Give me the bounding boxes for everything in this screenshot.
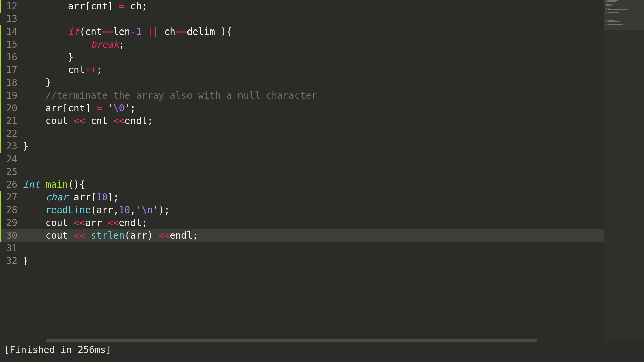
build-output-text: [Finished in 256ms]	[4, 344, 640, 355]
line-number: 24	[0, 153, 23, 166]
minimap-viewport[interactable]	[604, 0, 644, 30]
line-number: 25	[0, 166, 23, 178]
line-number: 15	[0, 38, 23, 51]
code-line[interactable]: }	[23, 76, 644, 89]
code-line[interactable]	[23, 127, 644, 140]
line-number: 32	[0, 255, 23, 267]
code-line[interactable]	[23, 153, 644, 166]
line-number: 28	[0, 204, 23, 217]
editor-container: 1213141516171819202122232425262728293031…	[0, 0, 644, 342]
minimap[interactable]	[604, 0, 644, 342]
line-number: 13	[0, 13, 23, 25]
code-line[interactable]: break;	[23, 38, 644, 51]
line-number: 16	[0, 51, 23, 64]
line-number: 19	[0, 89, 23, 102]
code-line[interactable]	[23, 242, 644, 255]
code-line[interactable]: readLine(arr,10,'\n');	[23, 204, 644, 217]
code-line[interactable]: cnt++;	[23, 64, 644, 76]
horizontal-scrollbar-thumb[interactable]	[46, 339, 537, 342]
code-line[interactable]: }	[23, 51, 644, 64]
line-number: 12	[0, 0, 23, 13]
line-number: 14	[0, 25, 23, 38]
code-line[interactable]: }	[23, 255, 644, 267]
line-number: 21	[0, 115, 23, 127]
line-number: 26	[0, 178, 23, 191]
line-number: 31	[0, 242, 23, 255]
code-line[interactable]: if(cnt==len-1 || ch==delim ){	[23, 25, 644, 38]
line-number-gutter: 1213141516171819202122232425262728293031…	[0, 0, 23, 342]
line-number: 18	[0, 76, 23, 89]
build-output-panel: [Finished in 256ms]	[0, 342, 644, 362]
line-number: 22	[0, 127, 23, 140]
horizontal-scrollbar[interactable]	[46, 339, 604, 342]
code-line[interactable]: int main(){	[23, 178, 644, 191]
line-number: 30	[0, 229, 23, 242]
code-line[interactable]: //terminate the array also with a null c…	[23, 89, 644, 102]
code-line[interactable]	[23, 166, 644, 178]
code-line[interactable]: arr[cnt] = ch;	[23, 0, 644, 13]
line-number: 29	[0, 217, 23, 229]
code-area[interactable]: arr[cnt] = ch; if(cnt==len-1 || ch==deli…	[23, 0, 644, 342]
code-line[interactable]: cout << strlen(arr) <<endl;	[23, 229, 644, 242]
line-number: 17	[0, 64, 23, 76]
code-line[interactable]: arr[cnt] = '\0';	[23, 102, 644, 115]
code-line[interactable]: cout <<arr <<endl;	[23, 217, 644, 229]
line-number: 20	[0, 102, 23, 115]
code-line[interactable]: }	[23, 140, 644, 153]
line-number: 27	[0, 191, 23, 204]
code-line[interactable]: char arr[10];	[23, 191, 644, 204]
code-line[interactable]	[23, 13, 644, 25]
line-number: 23	[0, 140, 23, 153]
code-line[interactable]: cout << cnt <<endl;	[23, 115, 644, 127]
